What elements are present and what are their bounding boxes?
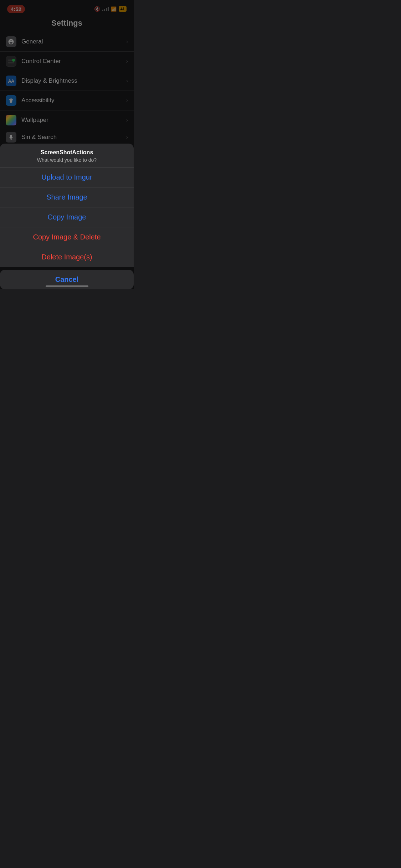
upload-imgur-button[interactable]: Upload to Imgur <box>0 167 134 187</box>
copy-image-button[interactable]: Copy Image <box>0 207 134 227</box>
copy-image-delete-button[interactable]: Copy Image & Delete <box>0 227 134 247</box>
action-sheet-subtitle: What would you like to do? <box>7 157 127 163</box>
action-sheet-title: ScreenShotActions <box>7 149 127 156</box>
delete-images-button[interactable]: Delete Image(s) <box>0 247 134 267</box>
home-indicator <box>46 285 88 287</box>
action-sheet: ScreenShotActions What would you like to… <box>0 144 134 289</box>
action-sheet-header: ScreenShotActions What would you like to… <box>0 144 134 167</box>
share-image-button[interactable]: Share Image <box>0 187 134 207</box>
action-sheet-main: ScreenShotActions What would you like to… <box>0 144 134 267</box>
